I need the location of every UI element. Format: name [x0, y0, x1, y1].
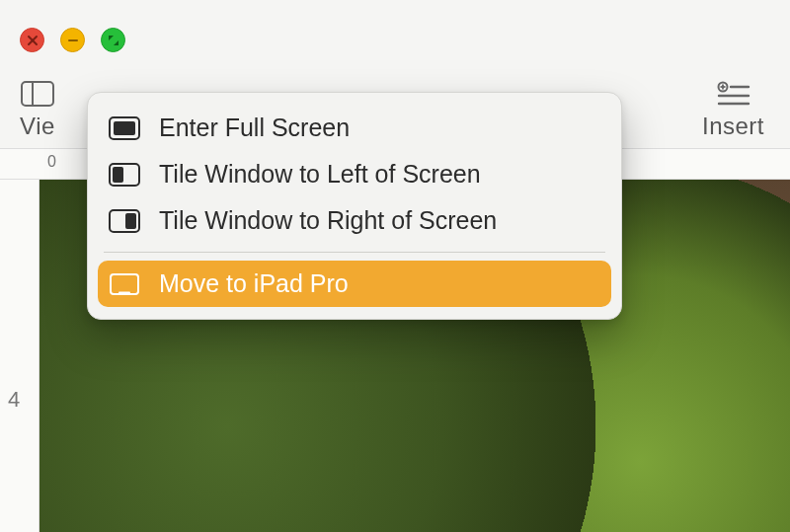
close-icon [26, 34, 40, 47]
menu-item-enter-full-screen[interactable]: Enter Full Screen [98, 105, 611, 151]
fullscreen-menu: Enter Full Screen Tile Window to Left of… [87, 92, 622, 320]
menu-item-label: Tile Window to Right of Screen [159, 206, 497, 235]
menu-item-tile-right[interactable]: Tile Window to Right of Screen [98, 197, 611, 244]
ruler-tick-0: 0 [47, 153, 56, 171]
svg-rect-5 [22, 82, 53, 106]
menu-item-label: Enter Full Screen [159, 114, 350, 142]
svg-rect-19 [111, 274, 138, 294]
menu-separator [104, 252, 605, 253]
svg-marker-4 [114, 40, 118, 45]
tile-left-icon [108, 162, 141, 188]
ipad-device-icon [108, 271, 141, 297]
minimize-window-button[interactable] [60, 28, 85, 52]
toolbar-insert-group[interactable]: Insert [702, 79, 764, 140]
menu-item-label: Move to iPad Pro [159, 269, 349, 298]
tile-right-icon [108, 208, 141, 234]
menu-item-label: Tile Window to Left of Screen [159, 160, 481, 189]
toolbar-insert-label: Insert [702, 113, 764, 140]
svg-marker-3 [109, 36, 114, 40]
fullscreen-rect-icon [108, 115, 141, 141]
sidebar-panel-icon [20, 79, 55, 109]
close-window-button[interactable] [20, 28, 44, 52]
toolbar-view-group[interactable]: Vie [20, 79, 55, 140]
ruler-tick-4: 4 [8, 387, 20, 413]
window-controls [20, 28, 125, 52]
svg-rect-18 [125, 213, 136, 229]
vertical-ruler: 4 [0, 180, 40, 532]
fullscreen-triangles-icon [107, 34, 120, 47]
menu-item-move-to-ipad[interactable]: Move to iPad Pro [98, 261, 611, 307]
svg-rect-16 [113, 167, 123, 183]
toolbar-view-label: Vie [20, 113, 55, 140]
svg-rect-14 [114, 121, 135, 135]
insert-list-plus-icon [715, 79, 750, 109]
fullscreen-window-button[interactable] [101, 28, 125, 52]
minimize-icon [66, 34, 80, 47]
menu-item-tile-left[interactable]: Tile Window to Left of Screen [98, 151, 611, 197]
